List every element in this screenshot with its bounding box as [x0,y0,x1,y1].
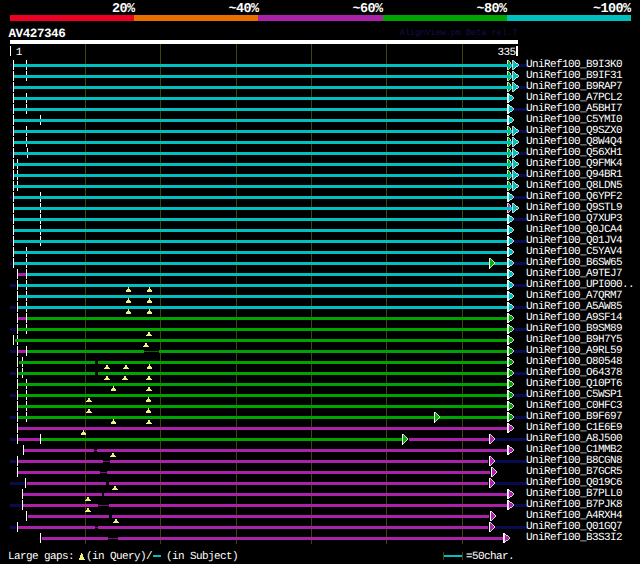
svg-text:20%: 20% [112,2,136,17]
svg-text:(in Subject): (in Subject) [166,551,238,563]
svg-text:AV427346: AV427346 [9,27,66,41]
svg-text:~100%: ~100% [593,2,632,17]
svg-text:=50char.: =50char. [466,551,514,563]
svg-text:335: 335 [497,47,515,59]
svg-text:AlignView.pm Beta rel.7: AlignView.pm Beta rel.7 [400,28,517,38]
svg-text:~40%: ~40% [228,2,260,17]
svg-text:(in Query)/: (in Query)/ [86,551,152,563]
svg-text:1: 1 [16,47,23,59]
svg-text:Large gaps:: Large gaps: [8,551,74,563]
svg-text:~60%: ~60% [352,2,384,17]
svg-text:~80%: ~80% [476,2,508,17]
svg-text:UniRef100_B3S3I2: UniRef100_B3S3I2 [526,532,622,544]
